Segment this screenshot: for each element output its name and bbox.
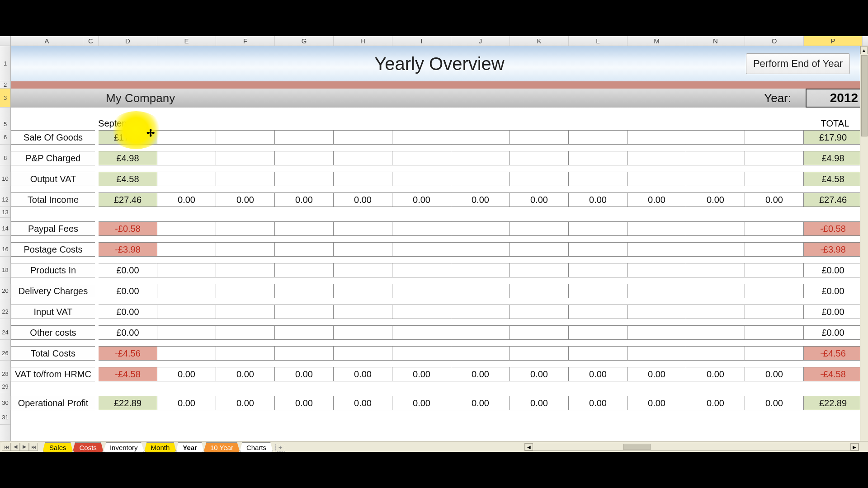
cell[interactable] bbox=[451, 130, 510, 145]
cell[interactable]: £17.90 bbox=[99, 130, 157, 145]
row-6[interactable]: 6 bbox=[0, 130, 10, 145]
row-24[interactable]: 24 bbox=[0, 325, 10, 340]
tab-prev-button[interactable]: ◀ bbox=[11, 443, 20, 451]
row-26[interactable]: 26 bbox=[0, 346, 10, 361]
cell-total[interactable]: -£4.56 bbox=[804, 346, 863, 361]
cell-total[interactable]: £0.00 bbox=[804, 284, 863, 298]
cell[interactable]: £0.00 bbox=[99, 305, 157, 319]
row-30[interactable]: 30 bbox=[0, 396, 10, 410]
col-K[interactable]: K bbox=[510, 36, 569, 46]
row-18[interactable]: 18 bbox=[0, 263, 10, 277]
row-vat-hmrc: VAT to/from HRMC -£4.58 0.000.000.000.00… bbox=[11, 367, 864, 381]
cell-total[interactable]: -£4.58 bbox=[804, 367, 863, 381]
col-I[interactable]: I bbox=[392, 36, 451, 46]
col-H[interactable]: H bbox=[334, 36, 392, 46]
cell[interactable]: £22.89 bbox=[99, 396, 157, 410]
scroll-up-icon[interactable]: ▲ bbox=[860, 46, 868, 54]
col-O[interactable]: O bbox=[745, 36, 804, 46]
cell-total[interactable]: £0.00 bbox=[804, 263, 863, 277]
row-14[interactable]: 14 bbox=[0, 221, 10, 236]
cell[interactable] bbox=[334, 130, 392, 145]
cell[interactable]: £0.00 bbox=[99, 325, 157, 340]
row-8[interactable]: 8 bbox=[0, 151, 10, 165]
vertical-scrollbar[interactable]: ▲ bbox=[860, 46, 868, 441]
col-F[interactable]: F bbox=[216, 36, 275, 46]
label-operational-profit: Operational Profit bbox=[11, 396, 95, 410]
cell-total[interactable]: £4.98 bbox=[804, 151, 863, 165]
cell[interactable] bbox=[627, 130, 686, 145]
cell[interactable]: £0.00 bbox=[99, 284, 157, 298]
cell[interactable]: -£4.56 bbox=[99, 346, 157, 361]
row-16[interactable]: 16 bbox=[0, 242, 10, 257]
cell[interactable]: £4.98 bbox=[99, 151, 157, 165]
col-G[interactable]: G bbox=[275, 36, 334, 46]
select-all-corner[interactable] bbox=[0, 36, 11, 46]
cell[interactable]: £4.58 bbox=[99, 172, 157, 186]
scroll-thumb[interactable] bbox=[861, 55, 868, 136]
row-22[interactable]: 22 bbox=[0, 305, 10, 319]
scroll-left-icon[interactable]: ◀ bbox=[525, 443, 533, 450]
hscroll-thumb[interactable] bbox=[623, 444, 651, 450]
scroll-right-icon[interactable]: ▶ bbox=[850, 443, 859, 450]
row-3[interactable]: 3 bbox=[0, 89, 10, 108]
tab-first-button[interactable]: ⏮ bbox=[2, 443, 11, 451]
cell-total[interactable]: £27.46 bbox=[804, 192, 863, 207]
cell[interactable]: £0.00 bbox=[99, 263, 157, 277]
cell[interactable] bbox=[275, 130, 334, 145]
row-5[interactable]: 5 bbox=[0, 118, 10, 130]
col-P[interactable]: P bbox=[804, 36, 863, 46]
row-12[interactable]: 12 bbox=[0, 192, 10, 207]
cell-total[interactable]: £4.58 bbox=[804, 172, 863, 186]
cell-total[interactable]: £22.89 bbox=[804, 396, 863, 410]
col-L[interactable]: L bbox=[569, 36, 627, 46]
tab-10-year[interactable]: 10 Year bbox=[203, 442, 240, 452]
row-10[interactable]: 10 bbox=[0, 172, 10, 186]
row-20[interactable]: 20 bbox=[0, 284, 10, 298]
cell[interactable] bbox=[745, 130, 804, 145]
cell[interactable]: -£4.58 bbox=[99, 367, 157, 381]
tab-sales[interactable]: Sales bbox=[42, 442, 73, 452]
label-postage-costs: Postage Costs bbox=[11, 242, 95, 257]
tab-next-button[interactable]: ▶ bbox=[20, 443, 29, 451]
cell[interactable] bbox=[686, 130, 745, 145]
horizontal-scrollbar[interactable]: ◀ ▶ bbox=[524, 443, 859, 451]
cell[interactable] bbox=[216, 130, 275, 145]
year-value-cell[interactable]: 2012 bbox=[806, 89, 864, 108]
tab-costs[interactable]: Costs bbox=[73, 442, 104, 452]
cell-total[interactable]: -£0.58 bbox=[804, 221, 863, 236]
label-pp-charged: P&P Charged bbox=[11, 151, 95, 165]
col-C[interactable]: C bbox=[83, 36, 99, 46]
row-31[interactable]: 31 bbox=[0, 410, 10, 425]
cell[interactable] bbox=[157, 130, 216, 145]
row-28[interactable]: 28 bbox=[0, 367, 10, 381]
cell[interactable] bbox=[392, 130, 451, 145]
cell[interactable] bbox=[569, 130, 627, 145]
cell[interactable]: £27.46 bbox=[99, 192, 157, 207]
perform-end-of-year-button[interactable]: Perform End of Year bbox=[746, 53, 850, 74]
col-M[interactable]: M bbox=[627, 36, 686, 46]
col-A[interactable]: A bbox=[11, 36, 83, 46]
col-D[interactable]: D bbox=[99, 36, 157, 46]
tab-inventory[interactable]: Inventory bbox=[103, 442, 145, 452]
tab-month[interactable]: Month bbox=[144, 442, 177, 452]
row-1[interactable]: 1 bbox=[0, 46, 10, 81]
tab-charts[interactable]: Charts bbox=[240, 442, 273, 452]
cell-total[interactable]: £0.00 bbox=[804, 325, 863, 340]
new-sheet-button[interactable]: ✦ bbox=[275, 444, 285, 452]
sheet-content[interactable]: Yearly Overview Perform End of Year My C… bbox=[11, 46, 868, 441]
row-13[interactable]: 13 bbox=[0, 207, 10, 218]
cell-total[interactable]: -£3.98 bbox=[804, 242, 863, 257]
col-N[interactable]: N bbox=[686, 36, 745, 46]
cell-total[interactable]: £17.90 bbox=[804, 130, 863, 145]
tab-year[interactable]: Year bbox=[176, 442, 204, 452]
row-29[interactable]: 29 bbox=[0, 381, 10, 392]
col-J[interactable]: J bbox=[451, 36, 510, 46]
tab-last-button[interactable]: ⏭ bbox=[29, 443, 38, 451]
row-2[interactable]: 2 bbox=[0, 81, 10, 89]
cell[interactable]: -£3.98 bbox=[99, 242, 157, 257]
cell[interactable]: -£0.58 bbox=[99, 221, 157, 236]
cell-total[interactable]: £0.00 bbox=[804, 305, 863, 319]
label-paypal-fees: Paypal Fees bbox=[11, 221, 95, 236]
cell[interactable] bbox=[510, 130, 569, 145]
col-E[interactable]: E bbox=[157, 36, 216, 46]
